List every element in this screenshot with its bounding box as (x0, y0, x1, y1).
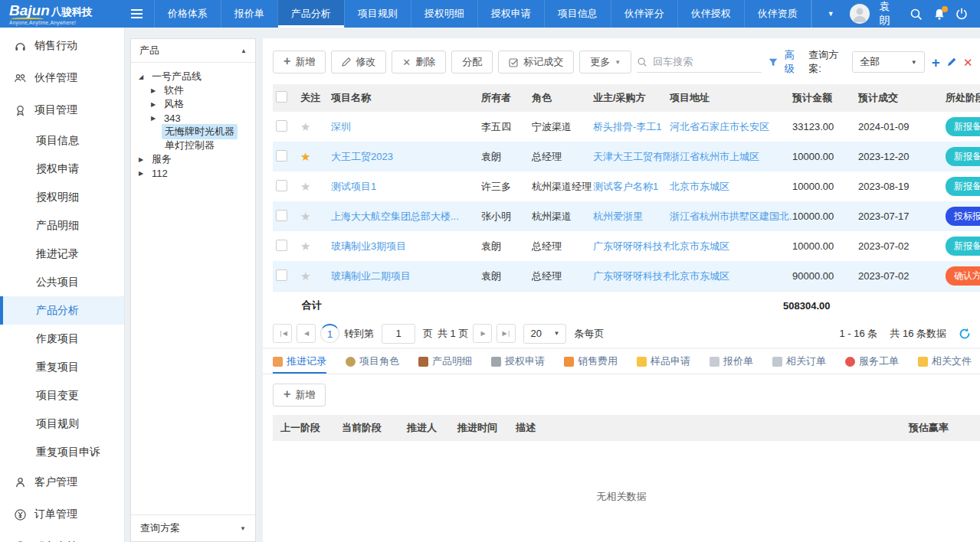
column-header-1[interactable]: 关注 (300, 91, 331, 105)
detail-tab-5[interactable]: 销售费用 (564, 349, 618, 374)
tree-node-label[interactable]: 单灯控制器 (162, 138, 218, 153)
column-header-8[interactable]: 预计成交 (858, 91, 946, 105)
detail-tab-9[interactable]: 服务工单 (845, 349, 899, 374)
power-logout-icon[interactable] (955, 8, 968, 21)
sidebar-group-service[interactable]: 服务支持 (0, 531, 124, 542)
column-header-5[interactable]: 业主/采购方 (593, 91, 670, 105)
project-name-link[interactable]: 玻璃制业3期项目 (331, 240, 481, 253)
query-plan-footer[interactable]: 查询方案 ▼ (131, 514, 255, 541)
refresh-icon[interactable] (959, 328, 971, 340)
row-checkbox[interactable] (273, 269, 300, 283)
tree-caret-collapsed-icon[interactable]: ▶ (151, 115, 161, 122)
tree-node[interactable]: ▶服务 (131, 152, 255, 166)
customer-link[interactable]: 杭州爱浙里 (593, 210, 670, 224)
address-link[interactable]: 北京市东城区 (670, 269, 792, 283)
column-header-7[interactable]: 预计金额 (792, 91, 858, 105)
advanced-search-link[interactable]: 高级 (785, 48, 801, 76)
filter-funnel-icon[interactable] (769, 57, 778, 67)
goto-page-input[interactable]: 1 (382, 324, 415, 344)
tree-node[interactable]: ▶343 (131, 111, 255, 125)
tree-node-label[interactable]: 风格 (161, 96, 187, 112)
sidebar-item-6[interactable]: 公共项目 (0, 268, 124, 296)
sidebar-item-12[interactable]: 重复项目申诉 (0, 438, 124, 466)
nav-tab-1[interactable]: 价格体系 (154, 0, 221, 28)
add-button[interactable]: +新增 (273, 51, 326, 73)
nav-tab-5[interactable]: 授权明细 (411, 0, 477, 28)
tree-node[interactable]: ◢一号产品线 (131, 70, 255, 83)
nav-tab-2[interactable]: 报价单 (221, 0, 277, 28)
add-plan-icon[interactable]: + (932, 55, 940, 70)
tree-node[interactable]: 无悔牌时光机器 (131, 125, 255, 139)
detail-tab-2[interactable]: 项目角色 (346, 349, 399, 374)
tree-caret-collapsed-icon[interactable]: ▶ (139, 170, 149, 177)
sidebar-group-headset[interactable]: 销售行动 (0, 30, 124, 62)
column-header-3[interactable]: 所有者 (481, 91, 532, 105)
row-star[interactable]: ★ (300, 150, 331, 164)
detail-tab-3[interactable]: 产品明细 (418, 349, 472, 374)
sidebar-item-2[interactable]: 授权申请 (0, 155, 124, 183)
nav-tab-10[interactable]: 伙伴资质 (744, 0, 811, 28)
assign-button[interactable]: 分配 (451, 51, 493, 73)
detail-tab-7[interactable]: 报价单 (710, 349, 753, 374)
nav-more-dropdown[interactable]: ▼ (811, 0, 850, 28)
sidebar-group-person[interactable]: 客户管理 (0, 466, 124, 498)
tree-node[interactable]: ▶112 (131, 166, 255, 180)
customer-link[interactable]: 广东呀呀呀科技有限... (593, 269, 670, 283)
checkbox-icon[interactable] (276, 210, 287, 221)
row-checkbox[interactable] (273, 150, 300, 164)
prev-page-button[interactable]: ◀ (297, 324, 316, 343)
page-size-select[interactable]: 20▼ (523, 324, 566, 344)
first-page-button[interactable]: ❘◀ (273, 324, 292, 343)
avatar[interactable] (850, 4, 870, 24)
edit-button[interactable]: 修改 (331, 51, 386, 73)
address-link[interactable]: 北京市东城区 (670, 240, 792, 253)
star-icon[interactable]: ★ (300, 120, 310, 133)
project-name-link[interactable]: 玻璃制业二期项目 (331, 269, 481, 283)
nav-tab-4[interactable]: 项目规则 (344, 0, 411, 28)
customer-link[interactable]: 广东呀呀呀科技有限... (593, 240, 670, 253)
delete-plan-icon[interactable]: ✕ (963, 57, 973, 68)
row-checkbox[interactable] (273, 120, 300, 134)
checkbox-icon[interactable] (276, 91, 287, 103)
row-star[interactable]: ★ (300, 210, 331, 224)
edit-plan-pencil-icon[interactable] (947, 57, 956, 67)
tree-node[interactable]: 单灯控制器 (131, 139, 255, 152)
row-checkbox[interactable] (273, 210, 300, 224)
mark-deal-button[interactable]: 标记成交 (498, 51, 574, 73)
sidebar-item-3[interactable]: 授权明细 (0, 183, 124, 211)
tree-node-label[interactable]: 软件 (161, 83, 187, 98)
tree-caret-collapsed-icon[interactable]: ▶ (139, 156, 149, 163)
sidebar-item-10[interactable]: 项目变更 (0, 381, 124, 410)
detail-tab-4[interactable]: 授权申请 (491, 349, 545, 374)
sidebar-item-9[interactable]: 重复项目 (0, 353, 124, 381)
collapse-up-icon[interactable]: ▲ (241, 47, 247, 54)
nav-tab-9[interactable]: 伙伴授权 (677, 0, 744, 28)
tree-caret-expanded-icon[interactable]: ◢ (139, 73, 149, 80)
project-name-link[interactable]: 大王工贸2023 (331, 150, 481, 164)
notification-bell-icon[interactable] (932, 8, 945, 21)
customer-link[interactable]: 天津大王工贸有限公司 (593, 150, 670, 164)
project-name-link[interactable]: 上海大大航空集团总部大楼... (331, 210, 481, 224)
address-link[interactable]: 浙江省杭州市上城区 (670, 150, 792, 164)
checkbox-icon[interactable] (276, 150, 287, 162)
sidebar-group-yen[interactable]: 订单管理 (0, 498, 124, 531)
nav-tab-6[interactable]: 授权申请 (477, 0, 544, 28)
column-header-2[interactable]: 项目名称 (331, 91, 481, 105)
sub-add-button[interactable]: +新增 (273, 384, 326, 406)
search-input[interactable]: 回车搜索 (637, 52, 762, 73)
tree-node[interactable]: ▶风格 (131, 97, 255, 111)
sidebar-item-8[interactable]: 作废项目 (0, 325, 124, 353)
column-header-9[interactable]: 所处阶段 (946, 91, 980, 105)
project-name-link[interactable]: 测试项目1 (331, 180, 481, 194)
star-icon[interactable]: ★ (300, 269, 310, 282)
sidebar-item-4[interactable]: 产品明细 (0, 211, 124, 240)
row-checkbox[interactable] (273, 180, 300, 194)
star-icon[interactable]: ★ (300, 180, 310, 193)
tree-node-label[interactable]: 343 (161, 112, 184, 125)
row-star[interactable]: ★ (300, 180, 331, 194)
row-star[interactable]: ★ (300, 120, 331, 134)
row-checkbox[interactable] (273, 240, 300, 253)
detail-tab-8[interactable]: 相关订单 (772, 349, 826, 374)
detail-tab-6[interactable]: 样品申请 (637, 349, 690, 374)
tree-node-label[interactable]: 112 (149, 167, 171, 180)
